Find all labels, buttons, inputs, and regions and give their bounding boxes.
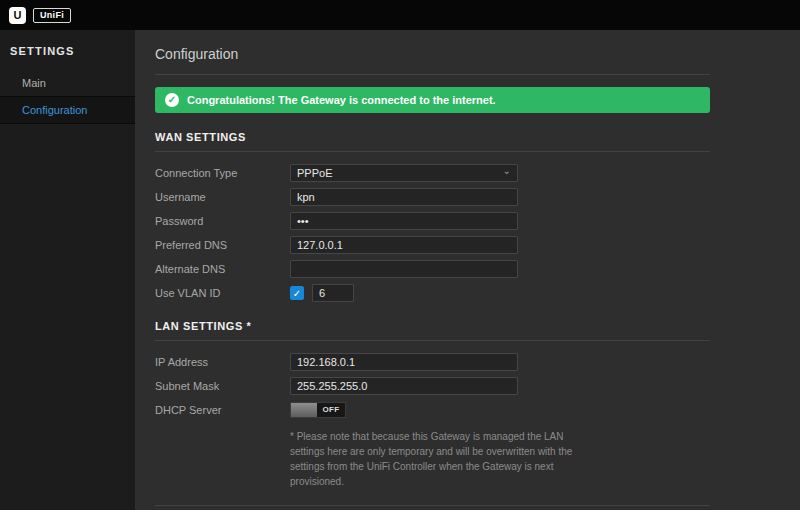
- configuration-page: Configuration ✓ Congratulations! The Gat…: [135, 30, 800, 510]
- connection-type-label: Connection Type: [155, 167, 290, 179]
- dhcp-toggle-state: OFF: [317, 403, 345, 417]
- check-circle-icon: ✓: [165, 93, 179, 107]
- sidebar-item-main[interactable]: Main: [0, 70, 135, 96]
- footer-divider: [155, 505, 710, 506]
- toggle-handle: [291, 403, 317, 417]
- vlan-checkbox[interactable]: ✓: [290, 286, 304, 300]
- vlan-label: Use VLAN ID: [155, 287, 290, 299]
- sidebar-item-main-label: Main: [22, 77, 46, 89]
- connection-type-row: Connection Type PPPoE ⌄: [155, 164, 710, 182]
- preferred-dns-label: Preferred DNS: [155, 239, 290, 251]
- alternate-dns-label: Alternate DNS: [155, 263, 290, 275]
- success-banner-text: Congratulations! The Gateway is connecte…: [187, 94, 496, 106]
- subnet-mask-input[interactable]: [290, 377, 518, 395]
- connection-type-select[interactable]: PPPoE ⌄: [290, 164, 518, 182]
- username-row: Username: [155, 188, 710, 206]
- chevron-down-icon: ⌄: [503, 166, 511, 176]
- password-row: Password: [155, 212, 710, 230]
- dhcp-server-row: DHCP Server OFF: [155, 401, 710, 419]
- sidebar-item-configuration-label: Configuration: [22, 104, 87, 116]
- unifi-brand-logo: UniFi: [33, 8, 71, 23]
- lan-settings-heading: LAN SETTINGS *: [155, 320, 710, 341]
- lan-settings-note: * Please note that because this Gateway …: [290, 429, 600, 489]
- wan-settings-section: WAN SETTINGS Connection Type PPPoE ⌄ Use…: [155, 131, 710, 302]
- vlan-row: Use VLAN ID ✓: [155, 284, 710, 302]
- password-input[interactable]: [290, 212, 518, 230]
- sidebar-title: SETTINGS: [0, 30, 135, 70]
- settings-sidebar: SETTINGS Main Configuration: [0, 30, 135, 510]
- sidebar-item-configuration[interactable]: Configuration: [0, 96, 135, 124]
- ip-address-row: IP Address: [155, 353, 710, 371]
- app-header: U UniFi: [0, 0, 800, 30]
- dhcp-server-label: DHCP Server: [155, 404, 290, 416]
- wan-settings-heading: WAN SETTINGS: [155, 131, 710, 152]
- page-title: Configuration: [155, 46, 710, 75]
- preferred-dns-row: Preferred DNS: [155, 236, 710, 254]
- subnet-mask-row: Subnet Mask: [155, 377, 710, 395]
- alternate-dns-row: Alternate DNS: [155, 260, 710, 278]
- unifi-u-logo-icon: U: [9, 7, 26, 24]
- username-input[interactable]: [290, 188, 518, 206]
- app-body: SETTINGS Main Configuration Configuratio…: [0, 30, 800, 510]
- dhcp-server-toggle[interactable]: OFF: [290, 402, 346, 418]
- password-label: Password: [155, 215, 290, 227]
- connection-type-value: PPPoE: [297, 167, 332, 179]
- username-label: Username: [155, 191, 290, 203]
- success-banner: ✓ Congratulations! The Gateway is connec…: [155, 87, 710, 113]
- ip-address-input[interactable]: [290, 353, 518, 371]
- lan-settings-section: LAN SETTINGS * IP Address Subnet Mask DH…: [155, 320, 710, 489]
- preferred-dns-input[interactable]: [290, 236, 518, 254]
- vlan-id-input[interactable]: [312, 284, 354, 302]
- subnet-mask-label: Subnet Mask: [155, 380, 290, 392]
- alternate-dns-input[interactable]: [290, 260, 518, 278]
- ip-address-label: IP Address: [155, 356, 290, 368]
